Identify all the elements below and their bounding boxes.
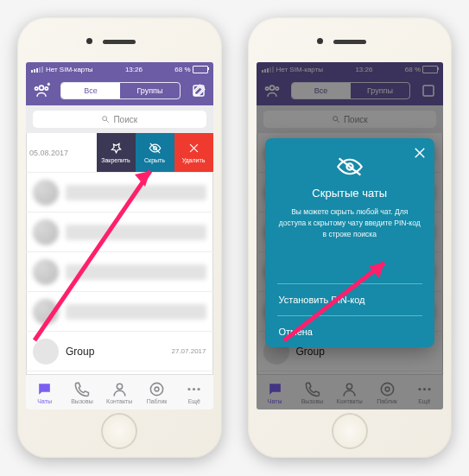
phone-left: Нет SIM-карты 13:26 68 % Все Группы — [17, 17, 222, 458]
chat-date: 27.07.2017 — [171, 347, 206, 355]
tab-chats-label: Чаты — [37, 398, 52, 404]
tab-public-label: Паблик — [147, 398, 168, 404]
swipe-actions: Закрепить Скрыть Удалить — [97, 133, 213, 172]
chat-preview — [66, 264, 206, 280]
phone-icon — [73, 381, 90, 397]
chat-row-group[interactable]: Group 27.07.2017 — [26, 332, 213, 371]
svg-point-6 — [103, 117, 107, 121]
avatar — [33, 259, 59, 285]
seg-all[interactable]: Все — [61, 83, 120, 98]
signal-icon — [31, 67, 43, 73]
tab-contacts[interactable]: Контакты — [101, 375, 138, 409]
svg-point-14 — [117, 384, 122, 389]
avatar — [33, 299, 59, 325]
avatar — [33, 339, 59, 365]
home-button[interactable] — [332, 413, 368, 449]
modal-actions: Установить PIN-код Отмена — [277, 283, 423, 347]
close-icon[interactable] — [412, 145, 428, 161]
more-icon — [186, 381, 202, 397]
public-icon — [149, 381, 165, 397]
svg-line-35 — [339, 158, 360, 175]
battery-icon — [193, 66, 208, 73]
chat-list[interactable]: 05.08.2017 Закрепить Скрыть Удалить — [26, 133, 213, 374]
cancel-button[interactable]: Отмена — [277, 315, 423, 347]
set-pin-button[interactable]: Установить PIN-код — [277, 283, 423, 315]
svg-point-15 — [150, 383, 162, 395]
chat-row-swiped[interactable]: 05.08.2017 Закрепить Скрыть Удалить — [26, 133, 213, 173]
add-contacts-icon[interactable] — [33, 82, 50, 99]
tab-more[interactable]: Ещё — [175, 375, 212, 409]
contact-icon — [111, 381, 128, 397]
app-header: Все Группы — [26, 76, 213, 105]
hidden-chats-modal: Скрытые чаты Вы можете скрыть любой чат.… — [265, 138, 435, 347]
delete-button[interactable]: Удалить — [174, 133, 213, 172]
svg-point-0 — [40, 86, 44, 90]
phone-right: Нет SIM-карты 13:26 68 % Все Группы Поис… — [248, 17, 453, 458]
tab-calls-label: Вызовы — [71, 398, 92, 404]
delete-icon — [187, 142, 200, 155]
seg-groups[interactable]: Группы — [120, 83, 179, 98]
pin-button[interactable]: Закрепить — [97, 133, 136, 172]
svg-marker-37 — [369, 263, 384, 278]
tab-public[interactable]: Паблик — [138, 375, 175, 409]
chat-row[interactable] — [26, 173, 213, 213]
modal-body: Вы можете скрыть любой чат. Для доступа … — [277, 206, 423, 239]
hidden-eye-icon — [335, 157, 364, 176]
modal-title: Скрытые чаты — [277, 187, 423, 200]
clock-label: 13:26 — [125, 66, 143, 73]
segmented-control[interactable]: Все Группы — [60, 82, 181, 99]
swiped-row-date: 05.08.2017 — [26, 149, 90, 157]
avatar — [33, 180, 59, 206]
screen-right: Нет SIM-карты 13:26 68 % Все Группы Поис… — [257, 62, 444, 409]
front-camera — [86, 38, 92, 44]
svg-line-7 — [107, 120, 110, 123]
search-bar: Поиск — [26, 105, 213, 133]
svg-point-18 — [193, 387, 195, 390]
chat-icon — [36, 381, 53, 397]
tab-calls[interactable]: Вызовы — [63, 375, 100, 409]
tab-contacts-label: Контакты — [106, 398, 132, 404]
home-button[interactable] — [101, 413, 137, 449]
delete-label: Удалить — [182, 157, 206, 163]
speaker — [333, 40, 366, 44]
status-bar: Нет SIM-карты 13:26 68 % — [26, 62, 213, 76]
pin-label: Закрепить — [101, 157, 130, 163]
chat-row[interactable] — [26, 213, 213, 252]
hide-icon — [149, 142, 162, 155]
front-camera — [317, 38, 323, 44]
chat-name: Group — [66, 346, 94, 358]
search-icon — [101, 115, 110, 124]
search-placeholder: Поиск — [113, 115, 137, 124]
chat-row[interactable] — [26, 292, 213, 332]
speaker — [103, 40, 136, 44]
screen-left: Нет SIM-карты 13:26 68 % Все Группы — [26, 62, 213, 409]
hide-label: Скрыть — [144, 157, 165, 163]
chat-preview — [66, 185, 206, 200]
hide-button[interactable]: Скрыть — [136, 133, 174, 172]
compose-icon[interactable] — [191, 83, 206, 98]
tab-bar: Чаты Вызовы Контакты Паблик Ещё — [26, 374, 213, 409]
battery-label: 68 % — [174, 66, 190, 73]
svg-point-17 — [188, 387, 191, 390]
chat-preview — [66, 304, 206, 320]
search-input[interactable]: Поиск — [33, 111, 206, 128]
carrier-label: Нет SIM-карты — [46, 66, 93, 73]
svg-point-16 — [155, 387, 159, 391]
svg-point-1 — [35, 87, 38, 90]
svg-point-2 — [45, 87, 48, 90]
avatar — [33, 219, 59, 245]
chat-preview — [66, 225, 206, 240]
svg-point-19 — [198, 387, 200, 390]
tab-more-label: Ещё — [188, 398, 200, 404]
tab-chats[interactable]: Чаты — [26, 375, 63, 409]
chat-row[interactable] — [26, 252, 213, 292]
pin-icon — [110, 142, 123, 155]
